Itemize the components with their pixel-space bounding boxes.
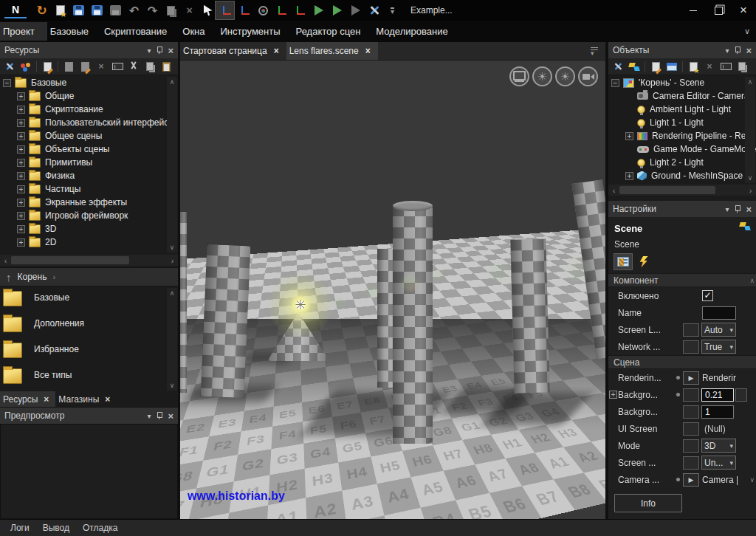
tree-expander[interactable]: +	[17, 119, 25, 127]
minimize-button[interactable]	[681, 0, 706, 21]
tree-item[interactable]: + Объекты сцены	[0, 142, 178, 156]
group-item[interactable]: Избранное	[0, 339, 178, 365]
groups-vscrollbar[interactable]: ∧∨	[167, 288, 177, 391]
tree-expander[interactable]: +	[17, 92, 25, 100]
panel-pin-icon[interactable]	[735, 205, 740, 213]
menu-item[interactable]: Инструменты	[218, 22, 293, 41]
dock-tab[interactable]: Магазины ×	[55, 391, 117, 407]
tab-close-icon[interactable]: ×	[105, 394, 110, 405]
panel-close-icon[interactable]: ×	[746, 45, 752, 56]
expand-property-icon[interactable]: +	[609, 391, 617, 399]
panel-close-icon[interactable]: ×	[168, 45, 173, 56]
copy-icon[interactable]	[735, 60, 749, 74]
enabled-checkbox[interactable]: ✓	[702, 290, 713, 301]
undo-icon[interactable]: ↶	[123, 1, 142, 19]
settings-wrench-icon[interactable]	[611, 60, 625, 74]
panel-dropdown-icon[interactable]: ▾	[725, 47, 729, 55]
save-all-icon[interactable]	[86, 1, 105, 19]
refresh-icon[interactable]: ↻	[31, 1, 49, 19]
menu-item[interactable]: Скриптование	[101, 22, 179, 41]
restore-button[interactable]	[706, 0, 731, 21]
property-reset-box[interactable]	[683, 388, 699, 402]
app-logo[interactable]: N	[4, 2, 27, 18]
tree-expander[interactable]: +	[17, 225, 25, 233]
panel-pin-icon[interactable]	[157, 412, 162, 419]
property-reset-box[interactable]	[683, 439, 699, 453]
tree-item[interactable]: + 2D	[0, 236, 178, 249]
delete-dim-icon[interactable]: ×	[179, 1, 197, 19]
up-arrow-icon[interactable]: ↑	[6, 271, 12, 284]
tree-item[interactable]: + Игровой фреймворк	[0, 209, 178, 222]
tree-item[interactable]: + Скриптование	[0, 103, 178, 116]
toolbar-overflow-icon[interactable]	[382, 1, 400, 19]
number-input[interactable]: 0.21	[701, 388, 734, 402]
tree-expander[interactable]: +	[17, 159, 25, 167]
lighting-alt-button[interactable]: ☀	[555, 66, 575, 86]
delete-icon[interactable]: ×	[702, 60, 717, 74]
gamepad-icon[interactable]: Game Mode - GameMode	[608, 142, 756, 156]
camera-icon[interactable]: Camera Editor - Camera	[608, 89, 756, 103]
tree-expander[interactable]: +	[17, 145, 25, 154]
property-dropdown[interactable]: Un...▾	[701, 456, 736, 470]
menu-item[interactable]: Редактор сцен	[293, 22, 374, 41]
panel-close-icon[interactable]: ×	[746, 204, 752, 215]
objects-vscrollbar[interactable]: ∧∨	[745, 77, 755, 183]
select-rect-icon[interactable]: I	[718, 60, 733, 74]
property-reset-box[interactable]	[683, 456, 699, 470]
property-extra-box[interactable]	[735, 388, 747, 402]
panel-dropdown-icon[interactable]: ▾	[725, 205, 729, 213]
rename-document-icon[interactable]	[78, 60, 92, 74]
tree-expander[interactable]: +	[17, 238, 25, 247]
tab-close-icon[interactable]: ×	[365, 46, 371, 56]
number-input[interactable]: 1	[701, 405, 734, 419]
panel-dropdown-icon[interactable]: ▾	[147, 412, 151, 420]
menu-item[interactable]: Базовые	[47, 22, 101, 41]
property-reset-box[interactable]	[683, 422, 699, 436]
tree-item[interactable]: + Экранные эффекты	[0, 196, 178, 209]
properties-tab[interactable]	[614, 254, 632, 269]
reference-play-button[interactable]: ▶	[683, 473, 699, 487]
bulb-icon[interactable]: Light 2 - Light	[608, 156, 756, 169]
resources-hscrollbar[interactable]: ‹›	[0, 255, 178, 266]
property-reset-box[interactable]	[683, 340, 699, 354]
panel-pin-icon[interactable]	[735, 47, 740, 54]
tree-item[interactable]: + Физика	[0, 169, 178, 182]
events-tab[interactable]	[635, 254, 653, 269]
menu-chevron-down-icon[interactable]: ∨	[744, 27, 750, 36]
dock-tab[interactable]: Ресурсы ×	[0, 391, 55, 407]
property-dropdown[interactable]: Auto▾	[701, 323, 736, 337]
group-item[interactable]: Дополнения	[0, 313, 178, 339]
edit-document-icon[interactable]	[40, 60, 55, 74]
cube-icon[interactable]: + Ground - MeshInSpace	[608, 169, 756, 182]
tree-expander[interactable]: +	[625, 132, 633, 140]
duplicate-dim-icon[interactable]	[160, 1, 179, 19]
menu-item[interactable]: Окна	[179, 22, 217, 41]
panel-pin-icon[interactable]	[157, 47, 162, 54]
tree-item[interactable]: + 3D	[0, 222, 178, 236]
new-document-star-icon[interactable]	[49, 1, 68, 19]
gizmo-translate-icon[interactable]	[234, 1, 252, 19]
property-reset-box[interactable]	[683, 405, 699, 419]
tools-wrench-icon[interactable]	[363, 1, 382, 19]
group-item[interactable]: Все типы	[0, 365, 178, 391]
scene-viewport[interactable]: B4B5B6B7B8B1B2B3B4B5B6B7B8B1A5A6A7A8A1A2…	[180, 61, 605, 519]
transform-arrows-icon[interactable]	[627, 60, 642, 74]
tree-expander[interactable]: −	[3, 79, 11, 87]
property-dropdown[interactable]: True▾	[701, 340, 736, 354]
tree-expander[interactable]: +	[17, 185, 25, 193]
select-cursor-icon[interactable]	[197, 1, 216, 19]
menu-item[interactable]: Проект	[0, 22, 47, 41]
tree-expander[interactable]: +	[17, 172, 25, 180]
bulb-icon[interactable]: Light 1 - Light	[608, 116, 756, 129]
tab-list-menu-icon[interactable]: ▾	[591, 47, 598, 55]
info-button[interactable]: Info	[614, 494, 682, 512]
play-second-icon[interactable]	[326, 1, 345, 19]
tree-expander[interactable]: +	[17, 212, 25, 220]
settings-wrench-icon[interactable]	[2, 60, 17, 74]
save-dim-icon[interactable]	[105, 1, 123, 19]
select-rect-icon[interactable]: I	[110, 60, 125, 74]
paste-icon[interactable]	[159, 60, 173, 74]
panel-close-icon[interactable]: ×	[168, 410, 173, 422]
tree-expander[interactable]: +	[17, 199, 25, 207]
gizmo-scale-icon[interactable]	[271, 1, 289, 19]
